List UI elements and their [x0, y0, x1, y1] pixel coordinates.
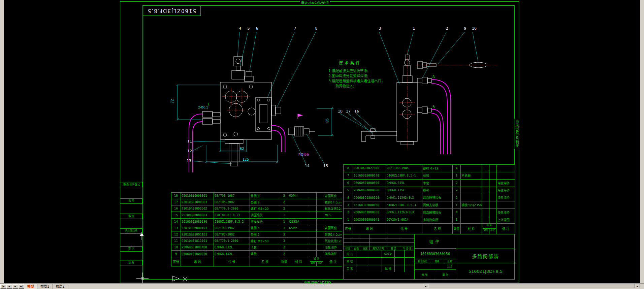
bom-cell-qty: 1 — [453, 172, 461, 179]
bom-cell-weight-total — [317, 251, 324, 257]
bom-header-ref: 代 号 — [214, 257, 250, 266]
balloon-5[interactable]: 5 — [245, 26, 252, 31]
bom-cell-note: 表面氧化 — [324, 193, 342, 199]
bom-header-qty: 数量 — [280, 257, 288, 266]
bom-cell-ref: GB/T109-1986 — [386, 165, 422, 172]
bom-cell-code: 92010601027800 — [353, 165, 386, 172]
bom-header-note: 备 注 — [324, 257, 342, 266]
bom-cell-ref: GB/T93-1987 — [214, 225, 250, 231]
bom-cell-no: 15 — [171, 212, 181, 218]
balloon-1[interactable]: 1 — [411, 26, 417, 31]
tab-model[interactable]: 模型 — [24, 284, 37, 289]
bom-cell-note: MCS — [324, 212, 342, 218]
bom-cell-weight-total — [489, 179, 497, 187]
bom-table-left[interactable]: 18 92010306000301 GB/T93-1987 垫圈 8 2 65M… — [171, 192, 342, 266]
bom-cell-weight-unit — [309, 231, 317, 237]
bom-cell-name: 多路换向阀 — [422, 216, 453, 223]
horizontal-scrollbar[interactable]: ◀ ▶ — [423, 284, 640, 289]
balloon-17[interactable]: 17 — [345, 109, 352, 114]
balloon-2[interactable]: 2 — [444, 26, 450, 31]
p-port-fitting[interactable] — [288, 127, 315, 136]
bom-cell-weight-total — [317, 212, 324, 218]
bom-cell-name: 垫圈 8 — [250, 193, 280, 199]
bom-row: 14 16160303080180 5160ZLJ3DF.8.5-2 焊接接头 … — [171, 218, 342, 225]
bom-row: 13 92010306000101 GB/T93-1987 垫圈 5 3 65M… — [171, 225, 342, 231]
balloon-12[interactable]: 12 — [186, 149, 193, 153]
hydraulic-tubes[interactable] — [189, 79, 451, 172]
balloon-18[interactable]: 18 — [337, 109, 344, 114]
balloon-14[interactable]: 14 — [304, 164, 311, 168]
dim-62: 62 — [240, 147, 244, 151]
balloon-4[interactable]: 4 — [237, 26, 244, 31]
bom-cell-no: 13 — [171, 225, 181, 231]
tab-nav-prev-button[interactable]: ◀ — [6, 284, 12, 289]
bom-cell-code: 92010401811101 — [181, 238, 214, 244]
bom-cell-weight-total — [489, 187, 497, 194]
scroll-left-button[interactable]: ◀ — [423, 284, 428, 288]
bom-cell-note: 表面氧化 — [324, 225, 342, 231]
balloon-6[interactable]: 6 — [254, 26, 260, 31]
bom-cell-qty: 3 — [280, 238, 288, 244]
tab-layout1[interactable]: 布局1 — [37, 284, 53, 289]
bom-table-right[interactable]: 8 92010601027800 GB/T109-1986 铆钉 4×12 4 … — [343, 164, 515, 234]
bom-cell-no: 18 — [171, 193, 181, 199]
margin-box-trace-check: 描 校 — [120, 214, 142, 219]
balloon-13[interactable]: 13 — [186, 159, 192, 163]
bom-row: 15 95100000000003 620.01.01.4.21 调压接头 1 … — [171, 212, 342, 218]
bom-cell-qty: 2 — [280, 199, 288, 205]
bom-cell-qty: 4 — [453, 165, 461, 172]
balloon-15[interactable]: 15 — [322, 164, 329, 168]
tab-nav-first-button[interactable]: |◀ — [0, 284, 6, 289]
bom-header-weight-unit: 单件 — [483, 229, 489, 234]
balloon-16[interactable]: 16 — [353, 109, 360, 114]
bom-cell-note: 镀锌14.0μm — [324, 199, 342, 205]
rev-header-sign: 签 名 — [387, 246, 400, 250]
dim-72: 72 — [170, 99, 174, 103]
bom-cell-no: 11 — [171, 238, 181, 244]
balloon-9[interactable]: 9 — [462, 26, 469, 31]
bom-row: 1 95030000800041 DCV20/1-0014 多路换向阀 1 上海… — [344, 216, 515, 223]
bom-cell-name: 垫圈 5 — [250, 231, 280, 237]
role-process: 工 艺 — [344, 265, 356, 272]
bom-cell-ref: GB/T70.1-2000 — [214, 238, 250, 244]
tab-nav-next-button[interactable]: ▶ — [12, 284, 18, 289]
bom-cell-material — [461, 216, 482, 223]
dimension-lines[interactable] — [176, 84, 333, 163]
scale-label: 比例 — [443, 259, 456, 263]
scroll-right-button[interactable]: ▶ — [635, 284, 640, 288]
watermark-top: 由天河云CAD制作 — [300, 0, 330, 5]
tab-nav-last-button[interactable]: ▶| — [19, 284, 24, 289]
rev-header-mark: 标记 — [344, 246, 352, 250]
bom-cell-note: 海盐海侨 — [497, 179, 515, 187]
part-type: 组件 — [415, 234, 456, 249]
balloon-3[interactable]: 3 — [377, 26, 383, 31]
company-cell — [456, 234, 515, 249]
bom-cell-ref: GB/T95-2002 — [214, 231, 250, 237]
bom-cell-note: 氧化发黑12.9级 — [324, 238, 342, 244]
bom-cell-qty: 2 — [453, 194, 461, 201]
bom-cell-no: 10 — [171, 244, 181, 251]
balloon-10[interactable]: 10 — [471, 26, 478, 31]
balloon-11[interactable]: 11 — [186, 139, 193, 143]
bom-cell-weight-total — [489, 216, 497, 223]
tab-layout2[interactable]: 布局2 — [53, 284, 68, 289]
bom-cell-weight-total — [317, 218, 324, 225]
bom-row: 8 92010601027800 GB/T109-1986 铆钉 4×12 4 — [344, 165, 515, 172]
bom-cell-code: 92010301000301 — [181, 199, 214, 205]
bom-cell-material — [461, 165, 482, 172]
scrollbar-thumb[interactable] — [428, 284, 635, 288]
balloon-8[interactable]: 8 — [313, 26, 320, 31]
bom-cell-material: 钢板t8/Q235A — [461, 201, 482, 209]
bom-cell-weight-unit — [482, 209, 489, 216]
right-edge-panel — [640, 0, 644, 289]
margin-box-signature: 签 字 — [120, 246, 142, 252]
bom-cell-ref: Q/HG8.312L — [214, 244, 250, 251]
bom-cell-code: 95100000000003 — [181, 212, 214, 218]
bom-cell-name: 垫圈 8 — [250, 199, 280, 205]
bom-cell-qty: 1 — [280, 218, 288, 225]
balloon-7[interactable]: 7 — [292, 26, 298, 31]
bom-cell-no: 9 — [171, 251, 181, 257]
bom-header-weight: 重 量 单件 总计 — [309, 257, 324, 266]
margin-box-borrow-record: 借(通)用件登记 — [120, 182, 142, 187]
bom-cell-material: 不锈钢 — [461, 172, 482, 179]
